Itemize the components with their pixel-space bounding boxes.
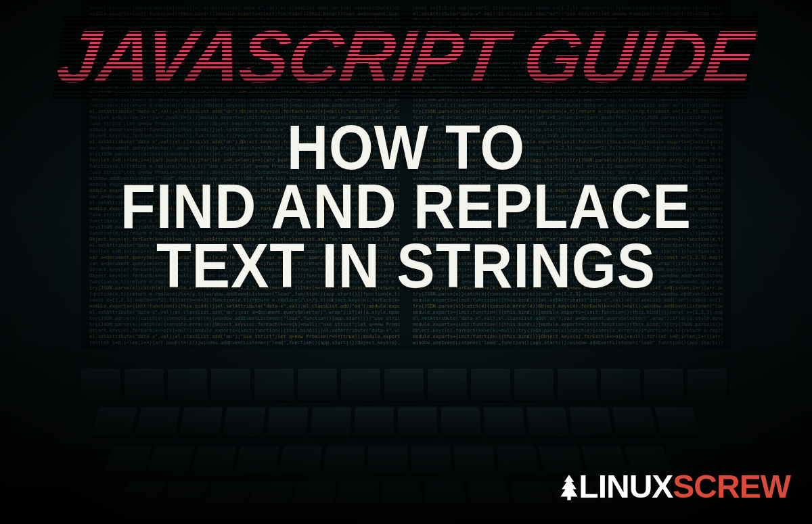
brand-word-b: SCREW [673,468,790,505]
tree-icon [557,472,581,502]
code-columns: Object.keys(o).forEach(k=>o[k]=null);el.… [81,0,731,352]
brand-logo: LINUXSCREW [557,468,790,505]
code-screen-background: Object.keys(o).forEach(k=>o[k]=null);el.… [81,0,731,352]
brand-word-a: LINUX [579,468,673,505]
svg-rect-0 [568,495,571,500]
hero-banner: Object.keys(o).forEach(k=>o[k]=null);el.… [0,0,812,524]
